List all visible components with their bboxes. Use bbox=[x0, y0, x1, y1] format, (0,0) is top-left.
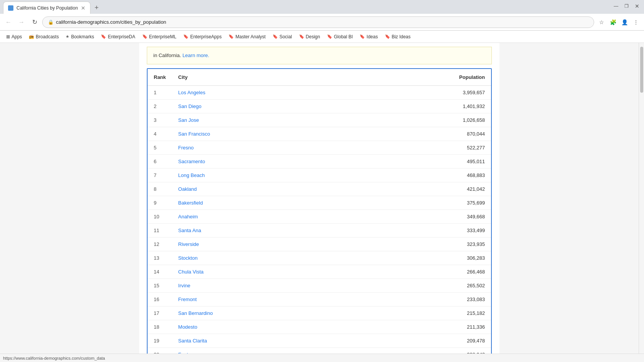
bookmark-item-enterpriseml[interactable]: 🔖EnterpriseML bbox=[139, 33, 179, 41]
rank-cell: 14 bbox=[148, 265, 172, 278]
address-bar[interactable]: 🔒 california-demographics.com/cities_by_… bbox=[42, 16, 594, 28]
bookmark-item-enterpriseda[interactable]: 🔖EnterpriseDA bbox=[98, 33, 138, 41]
city-cell[interactable]: San Bernardino bbox=[172, 306, 348, 320]
city-cell[interactable]: Bakersfield bbox=[172, 196, 348, 210]
city-link[interactable]: Modesto bbox=[178, 324, 197, 330]
bookmark-item-broadcasts[interactable]: 📻Broadcasts bbox=[26, 33, 62, 41]
city-cell[interactable]: Anaheim bbox=[172, 210, 348, 223]
close-button[interactable]: ✕ bbox=[635, 3, 639, 9]
bookmark-label: Ideas bbox=[366, 34, 378, 39]
bookmark-label: Design bbox=[306, 34, 320, 39]
table-row: 14 Chula Vista 266,468 bbox=[148, 265, 491, 278]
table-row: 5 Fresno 522,277 bbox=[148, 141, 491, 154]
refresh-button[interactable]: ↻ bbox=[29, 17, 40, 28]
bookmark-label: EnterpriseML bbox=[149, 34, 176, 39]
bookmark-item-bookmarks[interactable]: ★Bookmarks bbox=[62, 33, 97, 41]
scrollbar-thumb[interactable] bbox=[640, 47, 643, 93]
population-cell: 3,959,657 bbox=[348, 85, 491, 99]
tab-close-button[interactable]: ✕ bbox=[81, 5, 85, 11]
city-link[interactable]: Fremont bbox=[178, 296, 197, 302]
city-cell[interactable]: Fremont bbox=[172, 292, 348, 306]
city-link[interactable]: San Francisco bbox=[178, 131, 210, 137]
city-cell[interactable]: Fontana bbox=[172, 347, 348, 354]
tab-favicon bbox=[8, 5, 13, 11]
population-cell: 375,699 bbox=[348, 196, 491, 210]
city-cell[interactable]: Santa Clarita bbox=[172, 334, 348, 347]
city-cell[interactable]: Riverside bbox=[172, 237, 348, 251]
forward-button[interactable]: → bbox=[16, 17, 27, 28]
population-cell: 209,478 bbox=[348, 334, 491, 347]
city-link[interactable]: Irvine bbox=[178, 283, 191, 288]
city-cell[interactable]: Sacramento bbox=[172, 154, 348, 168]
city-link[interactable]: Anaheim bbox=[178, 214, 198, 219]
rank-cell: 15 bbox=[148, 278, 172, 292]
active-tab[interactable]: California Cities by Population ✕ bbox=[3, 2, 90, 14]
bookmark-item-biz-ideas[interactable]: 🔖Biz Ideas bbox=[382, 33, 414, 41]
bookmark-item-master-analyst[interactable]: 🔖Master Analyst bbox=[225, 33, 269, 41]
city-link[interactable]: San Diego bbox=[178, 103, 202, 109]
city-link[interactable]: Long Beach bbox=[178, 172, 205, 178]
city-link[interactable]: Oakland bbox=[178, 186, 197, 192]
city-cell[interactable]: San Diego bbox=[172, 99, 348, 113]
minimize-button[interactable]: — bbox=[614, 3, 618, 9]
city-cell[interactable]: Los Angeles bbox=[172, 85, 348, 99]
rank-cell: 18 bbox=[148, 320, 172, 334]
city-link[interactable]: San Bernardino bbox=[178, 310, 213, 316]
population-cell: 349,668 bbox=[348, 210, 491, 223]
new-tab-button[interactable]: + bbox=[91, 2, 102, 13]
city-link[interactable]: Santa Ana bbox=[178, 228, 201, 233]
city-link[interactable]: Bakersfield bbox=[178, 200, 203, 206]
back-button[interactable]: ← bbox=[3, 17, 14, 28]
city-link[interactable]: Sacramento bbox=[178, 159, 205, 164]
city-link[interactable]: Los Angeles bbox=[178, 90, 205, 95]
rank-cell: 20 bbox=[148, 347, 172, 354]
city-cell[interactable]: Fresno bbox=[172, 141, 348, 154]
city-header[interactable]: City bbox=[172, 69, 348, 86]
bookmark-label: Broadcasts bbox=[36, 34, 59, 39]
bookmark-label: EnterpriseApps bbox=[190, 34, 222, 39]
city-cell[interactable]: Stockton bbox=[172, 251, 348, 265]
rank-cell: 1 bbox=[148, 85, 172, 99]
city-link[interactable]: Santa Clarita bbox=[178, 338, 207, 344]
maximize-button[interactable]: ❐ bbox=[624, 3, 629, 9]
city-link[interactable]: Riverside bbox=[178, 241, 199, 247]
population-cell: 468,883 bbox=[348, 168, 491, 182]
table-row: 12 Riverside 323,935 bbox=[148, 237, 491, 251]
population-cell: 1,401,932 bbox=[348, 99, 491, 113]
city-cell[interactable]: Modesto bbox=[172, 320, 348, 334]
star-icon[interactable]: ☆ bbox=[596, 17, 606, 27]
bookmark-item-design[interactable]: 🔖Design bbox=[296, 33, 323, 41]
rank-cell: 4 bbox=[148, 127, 172, 141]
bookmark-item-global-bi[interactable]: 🔖Global BI bbox=[324, 33, 356, 41]
browser-frame: — ❐ ✕ California Cities by Population ✕ … bbox=[0, 0, 644, 362]
table-row: 10 Anaheim 349,668 bbox=[148, 210, 491, 223]
bookmark-item-enterpriseapps[interactable]: 🔖EnterpriseApps bbox=[180, 33, 225, 41]
bookmark-icon: 🔖 bbox=[228, 34, 234, 39]
city-cell[interactable]: Santa Ana bbox=[172, 223, 348, 237]
bookmark-item-apps[interactable]: ▦Apps bbox=[3, 33, 25, 41]
city-link[interactable]: Chula Vista bbox=[178, 269, 204, 275]
rank-cell: 2 bbox=[148, 99, 172, 113]
security-icon: 🔒 bbox=[48, 20, 54, 25]
city-cell[interactable]: San Jose bbox=[172, 113, 348, 127]
scrollbar[interactable] bbox=[639, 43, 644, 354]
city-cell[interactable]: Irvine bbox=[172, 278, 348, 292]
city-cell[interactable]: Oakland bbox=[172, 182, 348, 196]
toolbar-icons: ☆ 🧩 👤 ⋮ bbox=[596, 17, 641, 27]
bookmark-item-social[interactable]: 🔖Social bbox=[269, 33, 295, 41]
bookmark-item-ideas[interactable]: 🔖Ideas bbox=[356, 33, 381, 41]
rank-cell: 5 bbox=[148, 141, 172, 154]
extension-icon[interactable]: 🧩 bbox=[608, 17, 618, 27]
url-display: california-demographics.com/cities_by_po… bbox=[56, 19, 166, 25]
city-cell[interactable]: Long Beach bbox=[172, 168, 348, 182]
tab-bar: California Cities by Population ✕ + bbox=[0, 0, 644, 14]
city-link[interactable]: San Jose bbox=[178, 117, 199, 123]
city-link[interactable]: Fresno bbox=[178, 145, 194, 151]
profile-icon[interactable]: 👤 bbox=[619, 17, 629, 27]
city-cell[interactable]: San Francisco bbox=[172, 127, 348, 141]
population-cell: 306,283 bbox=[348, 251, 491, 265]
city-cell[interactable]: Chula Vista bbox=[172, 265, 348, 278]
learn-more-link[interactable]: Learn more. bbox=[182, 52, 209, 58]
city-link[interactable]: Stockton bbox=[178, 255, 198, 261]
menu-icon[interactable]: ⋮ bbox=[631, 17, 641, 27]
